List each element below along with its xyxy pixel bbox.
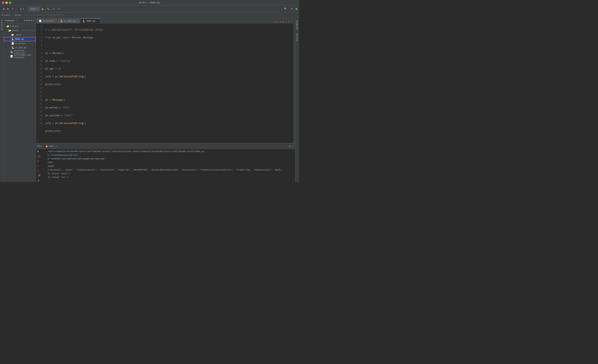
- nav-back-button[interactable]: ◀: [1, 6, 5, 11]
- tree-arrow-venv: ▾: [9, 34, 10, 36]
- tree-label-v1-proto: v1.proto: [15, 42, 25, 45]
- tab-label-demo-py: demo.py: [86, 20, 95, 22]
- code-editor[interactable]: 12345 678910 1112131415 1617181920 21222…: [36, 23, 295, 143]
- run-demo-tab[interactable]: 🔥 demo ✕: [44, 144, 58, 148]
- ide-status-indicator: [296, 8, 298, 10]
- v1-proto-icon: 📄: [11, 42, 14, 45]
- sidebar-collapse-icon[interactable]: ⊟: [26, 19, 28, 22]
- venv-icon: 📁: [11, 33, 14, 36]
- run-panel: Run: 🔥 demo ✕ ⚙ ─ ▶ ⬛ ⊟ ⬇ ≡: [36, 143, 295, 182]
- rerun-icon[interactable]: ▶: [38, 150, 41, 153]
- tab-icon-v1-pb2: 🐍: [60, 20, 63, 22]
- tab-demo-py[interactable]: 🐍 demo.py ✕: [80, 18, 100, 23]
- tree-label-project: Project: [10, 25, 19, 27]
- warning-count: ⚠ 2: [280, 21, 284, 23]
- tree-item-demo-py[interactable]: 🐍 demo.py: [4, 37, 36, 41]
- editor-scrollbar[interactable]: [293, 23, 295, 143]
- tab-more-icon[interactable]: ⋮: [291, 21, 293, 23]
- project-icon: 📁: [6, 25, 9, 28]
- run-with-coverage-button[interactable]: ⊙: [52, 6, 56, 11]
- tree-item-venv[interactable]: ▾ 📁 .venv: [4, 33, 36, 37]
- tree-item-ext-libs[interactable]: ▸ 📚 External Libraries: [4, 50, 36, 54]
- sidebar-settings-icon[interactable]: ⚙: [31, 19, 32, 22]
- tab-v1-pb2[interactable]: 🐍 v1_pb2.py ✕: [58, 18, 80, 23]
- tree-label-v1-pb2: v1_pb2.py: [15, 47, 26, 49]
- trash-icon[interactable]: 🗑: [38, 179, 41, 182]
- console-line-1: /Users/wupeiqi/PycharmProjects/luffySpid…: [48, 150, 294, 153]
- proto-folder-icon: 📂: [8, 29, 11, 32]
- maximize-button[interactable]: [9, 1, 11, 4]
- tab-close-v1-proto[interactable]: ✕: [54, 20, 56, 22]
- project-tree: ▾ 📁 Project ▾ 📂 proto ~/PycharmProjects/…: [4, 23, 36, 182]
- run-panel-icons: ⚙ ─: [289, 145, 294, 148]
- console-line-8: {} <class 'str'>: [48, 176, 294, 179]
- stop-all-icon[interactable]: ⊟: [38, 159, 41, 163]
- sidebar-close-icon[interactable]: ✕: [33, 19, 34, 22]
- tree-arrow-scratches: ▸: [8, 55, 9, 58]
- tree-arrow-ext-libs: ▸: [8, 51, 9, 53]
- tree-item-v1-pb2[interactable]: 🐍 v1_pb2.py: [4, 46, 36, 50]
- tab-close-demo-py[interactable]: ✕: [97, 20, 98, 22]
- search-everywhere-button[interactable]: 🔍: [283, 6, 288, 11]
- tab-close-v1-pb2[interactable]: ✕: [77, 20, 78, 22]
- settings-button[interactable]: ⚙: [290, 6, 294, 11]
- editor-container: 📄 v1.proto ✕ 🐍 v1_pb2.py ✕ 🐍 demo.py ✕ ⊘…: [36, 18, 295, 182]
- toolbar-right: 🔍 ⚙: [283, 6, 298, 11]
- debug-button[interactable]: 🐛: [46, 6, 51, 11]
- tree-label-demo-py: demo.py: [15, 38, 24, 40]
- tree-arrow-project: ▾: [5, 25, 6, 27]
- sort-icon[interactable]: ≡: [38, 169, 41, 173]
- nav-forward-button[interactable]: ▶: [6, 6, 10, 11]
- error-count: ⊘ 2: [274, 21, 278, 23]
- profile-run-button[interactable]: ⏱: [57, 6, 61, 11]
- sync-button[interactable]: ↻: [11, 6, 15, 11]
- close-button[interactable]: [2, 1, 4, 4]
- proto-path: ~/PycharmProjects/luffySpider/proto: [20, 30, 36, 32]
- stop-icon[interactable]: ⬛: [38, 155, 41, 158]
- tab-v1-proto[interactable]: 📄 v1.proto ✕: [37, 18, 58, 23]
- database-tab[interactable]: Database: [296, 19, 299, 31]
- tree-arrow-proto: ▾: [7, 30, 8, 32]
- breadcrumb-project[interactable]: Project: [1, 14, 10, 16]
- breadcrumb-proto[interactable]: proto: [15, 14, 21, 16]
- scroll-down-icon[interactable]: ⬇: [38, 164, 41, 168]
- run-config-dropdown[interactable]: demo ▾: [28, 7, 40, 11]
- tree-label-venv: .venv: [15, 34, 21, 36]
- sidebar-header: Project ▾ ⊕ ⊟ ⊞ ⚙ ✕: [4, 18, 36, 23]
- tree-label-scratches: Scratches and Consoles: [14, 54, 36, 58]
- structure-tab[interactable]: Structure: [0, 18, 3, 32]
- breadcrumb-bar: Project › proto ~/PycharmProjects/luffyS…: [0, 12, 299, 18]
- tree-label-ext-libs: External Libraries: [14, 50, 36, 54]
- traffic-lights: [2, 1, 11, 4]
- pin-icon[interactable]: 📌: [38, 174, 41, 178]
- sidebar-header-arrow: ▾: [16, 19, 17, 22]
- run-panel-minimize-icon[interactable]: ─: [292, 145, 294, 148]
- main-toolbar: ◀ ▶ ↻ 👤 ▾ demo ▾ ▶ 🐛 ⊙ ⏱ … 🔍 ⚙: [0, 5, 299, 12]
- sciview-tab[interactable]: SciView: [296, 32, 299, 43]
- tab-icon-demo-py: 🐍: [83, 20, 85, 22]
- run-panel-settings-icon[interactable]: ⚙: [289, 145, 291, 148]
- more-run-options[interactable]: …: [62, 6, 66, 11]
- console-line-3: b'\x04POST\x12\x08\xe5\xa4\xaaNB\xe4\xba…: [48, 157, 294, 161]
- tree-item-proto[interactable]: ▾ 📂 proto ~/PycharmProjects/luffySpider/…: [4, 28, 36, 33]
- run-button[interactable]: ▶: [41, 6, 45, 11]
- minimize-button[interactable]: [5, 1, 8, 4]
- code-content[interactable]: # 1.创建对象转换成字节，用于后续网络传输（序列化） from v1_pb2 …: [44, 23, 293, 143]
- tree-item-v1-proto[interactable]: 📄 v1.proto: [4, 41, 36, 46]
- main-layout: Structure Project ▾ ⊕ ⊟ ⊞ ⚙ ✕ ▾ 📁 Projec…: [0, 18, 299, 182]
- tree-item-scratches[interactable]: ▸ 📝 Scratches and Consoles: [4, 54, 36, 58]
- tree-item-project[interactable]: ▾ 📁 Project: [4, 24, 36, 28]
- tab-label-v1-pb2: v1_pb2.py: [64, 20, 75, 22]
- sidebar-expand-icon[interactable]: ⊞: [28, 19, 30, 22]
- scratches-icon: 📝: [10, 55, 13, 58]
- sidebar-locate-icon[interactable]: ⊕: [24, 19, 25, 22]
- profile-button[interactable]: 👤 ▾: [18, 6, 25, 11]
- tab-bar-right: ⊘ 2 ⚠ 2 ✓ 1 ⋮: [274, 21, 294, 23]
- run-tab-icon: 🔥: [45, 145, 48, 147]
- tab-label-v1-proto: v1.proto: [43, 20, 53, 22]
- run-config-label: demo: [31, 8, 36, 10]
- tab-icon-v1-proto: 📄: [39, 20, 42, 22]
- titlebar: proto – demo.py: [0, 0, 299, 5]
- v1-pb2-icon: 🐍: [11, 46, 14, 49]
- run-tab-close[interactable]: ✕: [56, 145, 57, 147]
